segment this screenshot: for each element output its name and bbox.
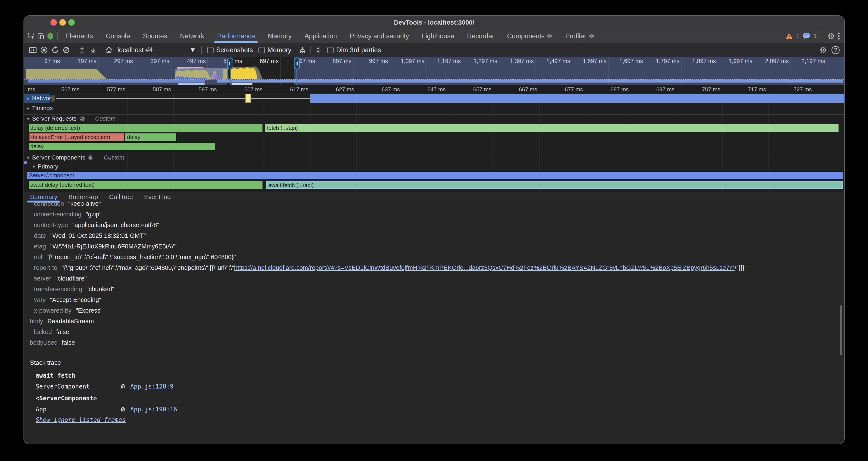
tab-application[interactable]: Application [305, 29, 337, 43]
memory-label: Memory [268, 46, 291, 54]
tab-network[interactable]: Network [180, 29, 205, 43]
network-track-header[interactable]: ▸ Network [27, 93, 54, 103]
history-select[interactable]: localhost #4 ▼ [118, 46, 196, 54]
devtools-tabbar: ElementsConsoleSourcesNetworkPerformance… [24, 29, 844, 43]
primary-subtrack-label: Primary [38, 163, 58, 170]
extension-gem-icon[interactable] [46, 31, 55, 41]
details-tab-bottom-up[interactable]: Bottom-up [68, 192, 98, 202]
ruler-time-label: 717 ms [732, 86, 766, 93]
stack-frame: await fetch [24, 371, 844, 380]
tab-profiler[interactable]: Profiler [565, 29, 594, 43]
event-bar[interactable]: await fetch (.../api) [266, 181, 843, 189]
tab-sources[interactable]: Sources [143, 29, 167, 43]
overview-time-label: 1,997 ms [720, 58, 752, 64]
timeline-ruler[interactable]: ms 567 ms577 ms587 ms597 ms607 ms617 ms6… [24, 85, 844, 93]
overview-time-label: 97 ms [28, 58, 60, 64]
ruler-time-label: 727 ms [778, 86, 812, 93]
stack-frame: ServerComponent@App.js:128:9 [24, 382, 844, 391]
network-track-drag-handle[interactable] [51, 95, 55, 102]
property-value: "{\"group\":\"cf-nel\",\"max_age\":60480… [62, 264, 747, 271]
property-row: nel"{\"report_to\":\"cf-nel\",\"success_… [24, 252, 844, 262]
save-profile-icon[interactable] [88, 45, 99, 56]
react-atom-icon [79, 116, 85, 122]
property-key: content-type [34, 222, 68, 228]
property-row: bodyReadableStream [24, 316, 844, 326]
event-bar[interactable]: delayedError (...ayed exception) [29, 133, 124, 142]
record-icon[interactable] [38, 45, 50, 56]
details-tab-summary[interactable]: Summary [30, 192, 57, 202]
ruler-time-label: 687 ms [595, 86, 629, 93]
server-requests-track-header[interactable]: ▾ Server Requests — Custom [27, 115, 116, 123]
network-request-blue-bar[interactable] [310, 94, 844, 103]
details-tab-call-tree[interactable]: Call tree [109, 192, 133, 202]
property-key: bodyUsed [30, 339, 58, 346]
dim-3rd-parties-label: Dim 3rd parties [336, 46, 381, 54]
help-icon[interactable]: ? [832, 46, 840, 54]
tab-privacy-and-security[interactable]: Privacy and security [350, 29, 409, 43]
server-components-track-label: Server Components [32, 154, 85, 161]
panel-tabs: ElementsConsoleSourcesNetworkPerformance… [65, 29, 594, 43]
track-color-indicator [24, 162, 27, 164]
property-value: "Accept-Encoding" [50, 296, 101, 303]
home-icon[interactable] [103, 45, 115, 56]
record-and-reload-icon[interactable] [50, 45, 61, 56]
details-tab-event-log[interactable]: Event log [144, 192, 170, 202]
overview-time-label: 897 ms [319, 58, 351, 64]
tab-lighthouse[interactable]: Lighthouse [422, 29, 454, 43]
show-ignore-listed-frames-link[interactable]: Show ignore-listed frames [36, 416, 126, 423]
frame-name: ServerComponent [36, 382, 90, 391]
clear-icon[interactable] [61, 45, 72, 56]
tab-memory[interactable]: Memory [268, 29, 292, 43]
network-request-yellow-block[interactable] [245, 94, 251, 103]
tab-recorder[interactable]: Recorder [467, 29, 494, 43]
server-components-track-header[interactable]: ▾ Server Components — Custom [27, 154, 124, 161]
overview-time-label: 197 ms [64, 58, 97, 64]
capture-settings-gear-icon[interactable]: ⚙ [819, 46, 827, 54]
property-value: "gzip" [86, 211, 102, 218]
collapse-tracks-icon[interactable] [313, 45, 324, 56]
tab-components[interactable]: Components [507, 29, 553, 43]
selection-right-handle[interactable] [294, 58, 300, 69]
tab-label: Network [180, 32, 205, 40]
issues-icon[interactable] [803, 33, 810, 39]
ruler-time-label: 707 ms [686, 86, 720, 93]
source-location-link[interactable]: App.js:190:16 [130, 405, 177, 414]
source-location-link[interactable]: App.js:128:9 [130, 382, 174, 391]
screenshots-checkbox[interactable] [207, 47, 214, 53]
timeline-overview[interactable]: 97 ms197 ms297 ms397 ms497 ms597 ms697 m… [24, 57, 844, 85]
overview-time-label: 1,197 ms [429, 58, 461, 64]
load-profile-icon[interactable] [76, 45, 88, 56]
event-bar[interactable]: delay [28, 142, 215, 151]
timings-track-header[interactable]: ▸ Timings [27, 103, 53, 113]
ruler-time-label: 567 ms [45, 86, 80, 93]
inspect-element-icon[interactable] [27, 31, 36, 41]
overview-network-bar [178, 83, 205, 85]
stack-frame: <ServerComponent> [24, 394, 844, 403]
window-title: DevTools - localhost:3000/ [24, 16, 844, 29]
event-bar[interactable]: ServerComponent [27, 171, 843, 180]
toggle-device-toolbar-icon[interactable] [36, 31, 46, 41]
primary-subtrack-header[interactable]: ▾ Primary [32, 163, 58, 170]
event-bar[interactable]: fetch (.../api) [265, 124, 839, 132]
event-bar[interactable]: await delay (deferred text) [28, 181, 263, 189]
vertical-scrollbar-thumb[interactable] [840, 305, 842, 355]
report-endpoint-link[interactable]: https://a.nel.cloudflare.com/report/v4?s… [234, 264, 735, 271]
ruler-time-label: 587 ms [137, 86, 171, 93]
toggle-sidebar-icon[interactable] [27, 45, 38, 56]
settings-gear-icon[interactable]: ⚙ [828, 32, 835, 40]
tab-console[interactable]: Console [106, 29, 130, 43]
event-bar[interactable]: delay (deferred text) [28, 124, 263, 132]
memory-checkbox[interactable] [258, 47, 265, 53]
selection-left-handle[interactable] [227, 58, 233, 69]
property-value: "W/\"4b1-RjEJloX9kRinu6F0MAZMmy6E5iA\"" [50, 243, 178, 250]
ruler-time-label: 647 ms [411, 86, 445, 93]
garbage-collect-icon[interactable] [297, 45, 308, 56]
overview-time-label: 297 ms [100, 58, 133, 64]
warning-icon[interactable] [785, 32, 793, 40]
flamechart-tracks[interactable]: ▸ Network ▸ Timings ▾ Server Requests — … [24, 93, 844, 192]
more-options-icon[interactable] [838, 32, 840, 39]
dim-3rd-parties-checkbox[interactable] [327, 47, 334, 53]
tab-performance[interactable]: Performance [217, 29, 255, 43]
tab-elements[interactable]: Elements [65, 29, 93, 43]
event-bar[interactable]: delay [125, 133, 177, 142]
